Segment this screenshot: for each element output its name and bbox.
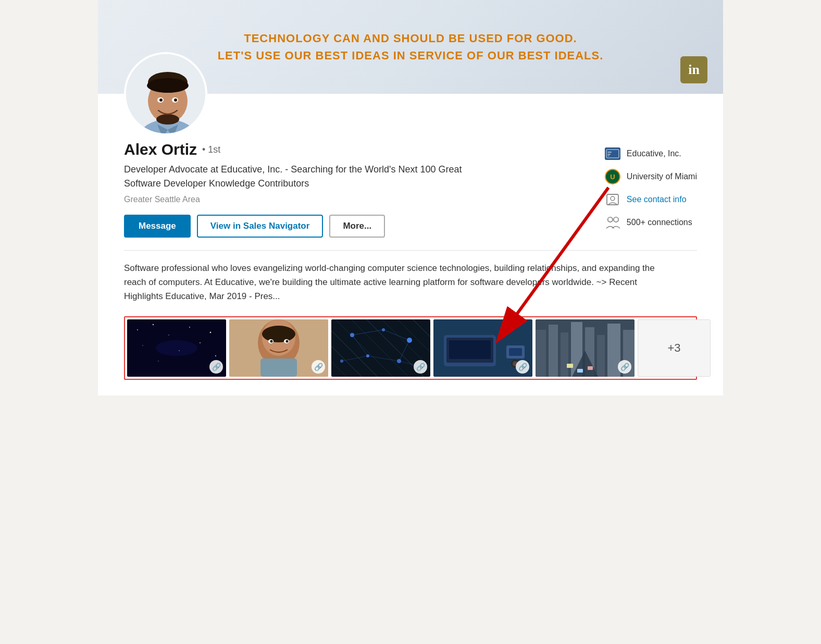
svg-rect-66: [536, 330, 546, 377]
svg-rect-62: [509, 348, 522, 356]
svg-point-22: [137, 329, 138, 330]
media-thumb-3[interactable]: 🔗: [331, 319, 430, 377]
svg-point-44: [382, 328, 385, 331]
sales-navigator-button[interactable]: View in Sales Navigator: [197, 215, 324, 238]
svg-point-43: [350, 333, 354, 337]
more-button[interactable]: More...: [329, 215, 385, 238]
svg-point-31: [158, 361, 159, 362]
company-item[interactable]: Educative, Inc.: [605, 146, 697, 162]
svg-point-36: [262, 326, 295, 342]
svg-rect-42: [331, 319, 430, 377]
media-thumb-1[interactable]: 🔗: [127, 319, 226, 377]
university-icon: U: [605, 169, 620, 184]
media-link-icon-1[interactable]: 🔗: [209, 360, 223, 374]
profile-name: Alex Ortiz: [124, 141, 197, 158]
summary-text: Software professional who loves evangeli…: [124, 261, 671, 304]
media-thumb-4[interactable]: 🔗: [433, 319, 532, 377]
svg-rect-68: [561, 332, 568, 377]
svg-point-23: [153, 324, 154, 325]
avatar: [124, 52, 207, 135]
contact-info-label: See contact info: [627, 195, 687, 204]
profile-card: Technology can and should be used for go…: [98, 0, 723, 395]
media-thumb-5[interactable]: 🔗: [536, 319, 635, 377]
svg-point-26: [210, 331, 212, 333]
svg-point-48: [340, 360, 343, 363]
svg-rect-41: [260, 358, 297, 377]
profile-sidebar: Educative, Inc. U University of Miami Se…: [605, 146, 697, 230]
svg-point-20: [614, 217, 618, 222]
svg-point-32: [156, 340, 197, 356]
svg-rect-67: [549, 325, 558, 377]
media-link-icon-2[interactable]: 🔗: [312, 360, 325, 374]
university-name: University of Miami: [627, 172, 697, 181]
media-more-count[interactable]: +3: [638, 319, 711, 377]
svg-rect-75: [567, 364, 573, 368]
svg-point-27: [142, 345, 143, 346]
linkedin-icon[interactable]: in: [680, 56, 707, 83]
svg-line-52: [352, 335, 368, 356]
svg-rect-17: [607, 194, 618, 205]
company-name: Educative, Inc.: [627, 149, 681, 158]
svg-rect-15: [607, 152, 612, 153]
svg-point-29: [200, 342, 201, 343]
contact-icon: [605, 192, 620, 207]
media-link-icon-3[interactable]: 🔗: [414, 360, 427, 374]
media-row: 🔗 🔗: [124, 316, 697, 380]
svg-point-6: [147, 78, 189, 93]
svg-point-49: [418, 365, 421, 368]
svg-rect-71: [597, 335, 605, 377]
svg-line-50: [352, 330, 383, 335]
media-link-icon-5[interactable]: 🔗: [618, 360, 631, 374]
media-thumb-2[interactable]: 🔗: [229, 319, 328, 377]
profile-headline: Developer Advocate at Educative, Inc. - …: [124, 163, 463, 191]
svg-rect-60: [449, 340, 491, 359]
svg-point-24: [168, 335, 169, 336]
message-button[interactable]: Message: [124, 215, 191, 238]
svg-point-47: [397, 359, 401, 363]
svg-point-40: [286, 340, 289, 342]
svg-line-55: [342, 356, 368, 361]
svg-point-7: [156, 114, 179, 125]
svg-point-30: [215, 355, 216, 356]
connections-count: 500+ connections: [627, 218, 692, 227]
svg-line-51: [383, 330, 409, 340]
svg-rect-77: [577, 369, 583, 373]
svg-line-53: [399, 340, 409, 361]
svg-point-39: [270, 340, 273, 342]
svg-point-46: [366, 354, 369, 357]
contact-info-item[interactable]: See contact info: [605, 192, 697, 207]
svg-point-25: [189, 327, 190, 328]
divider: [124, 250, 697, 251]
svg-rect-16: [607, 154, 611, 155]
profile-body: Educative, Inc. U University of Miami Se…: [98, 94, 723, 395]
connection-degree: • 1st: [202, 144, 220, 155]
svg-point-45: [407, 338, 412, 343]
svg-point-11: [174, 98, 177, 102]
banner-quote: Technology can and should be used for go…: [218, 30, 604, 64]
svg-line-54: [368, 356, 399, 361]
connections-item[interactable]: 500+ connections: [605, 215, 697, 230]
svg-point-10: [159, 98, 163, 102]
svg-point-18: [611, 196, 615, 201]
connections-icon: [605, 215, 620, 230]
university-item[interactable]: U University of Miami: [605, 169, 697, 184]
company-icon: [605, 146, 620, 162]
svg-rect-76: [588, 366, 593, 370]
svg-line-56: [399, 361, 420, 366]
svg-point-19: [608, 217, 613, 222]
media-link-icon-4[interactable]: 🔗: [516, 360, 529, 374]
